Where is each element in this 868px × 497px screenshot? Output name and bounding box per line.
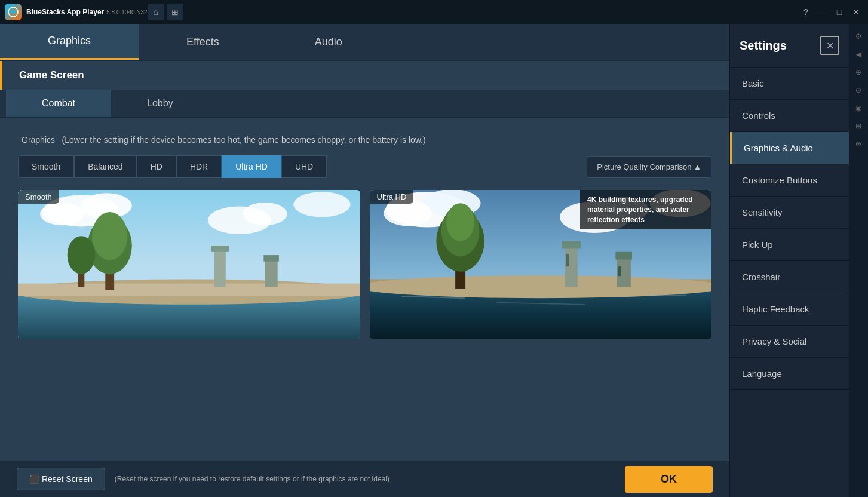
svg-point-6 bbox=[243, 203, 287, 225]
sidebar-item-pick-up[interactable]: Pick Up bbox=[730, 229, 849, 261]
svg-point-36 bbox=[446, 203, 474, 241]
sidebar-item-basic[interactable]: Basic bbox=[730, 68, 849, 100]
subtab-lobby[interactable]: Lobby bbox=[111, 90, 209, 117]
sidebar-title: Settings bbox=[740, 39, 787, 53]
comparison-row: Smooth bbox=[18, 190, 711, 339]
title-bar: BlueStacks App Player 5.8.0.1040 N32 ⌂ ⊞… bbox=[0, 0, 868, 24]
quality-uhd[interactable]: UHD bbox=[281, 155, 327, 178]
far-right-icons: ⚙ ◀ ⊕ ⊙ ◉ ⊞ ⊗ bbox=[849, 24, 868, 497]
svg-point-4 bbox=[40, 203, 84, 225]
svg-point-32 bbox=[370, 275, 712, 298]
comparison-smooth: Smooth bbox=[18, 190, 360, 339]
main-area: Graphics Effects Audio Game Screen Comba… bbox=[0, 24, 868, 497]
graphics-title: Graphics (Lower the setting if the devic… bbox=[18, 132, 711, 146]
sub-tabs: Combat Lobby bbox=[0, 90, 729, 118]
home-button[interactable]: ⌂ bbox=[148, 4, 164, 20]
maximize-button[interactable]: □ bbox=[832, 5, 846, 19]
window-controls: ? — □ ✕ bbox=[799, 5, 863, 19]
svg-rect-19 bbox=[211, 246, 229, 252]
svg-rect-10 bbox=[18, 284, 360, 296]
far-icon-2[interactable]: ◀ bbox=[851, 47, 866, 62]
far-icon-4[interactable]: ⊙ bbox=[851, 82, 866, 98]
far-icon-1[interactable]: ⚙ bbox=[851, 29, 866, 44]
quality-smooth[interactable]: Smooth bbox=[18, 155, 74, 178]
sidebar-item-language[interactable]: Language bbox=[730, 358, 849, 390]
tab-effects[interactable]: Effects bbox=[139, 24, 267, 60]
svg-point-23 bbox=[384, 201, 432, 226]
titlebar-nav: ⌂ ⊞ bbox=[148, 4, 183, 20]
help-button[interactable]: ? bbox=[799, 5, 813, 19]
smooth-label: Smooth bbox=[18, 190, 59, 204]
far-icon-5[interactable]: ◉ bbox=[851, 100, 866, 116]
app-logo bbox=[5, 4, 22, 20]
far-icon-7[interactable]: ⊗ bbox=[851, 136, 866, 152]
top-tabs: Graphics Effects Audio bbox=[0, 24, 729, 61]
svg-rect-39 bbox=[618, 266, 621, 276]
svg-rect-16 bbox=[265, 260, 277, 287]
svg-rect-17 bbox=[263, 255, 278, 262]
quality-balanced[interactable]: Balanced bbox=[74, 155, 136, 178]
tab-audio[interactable]: Audio bbox=[267, 24, 390, 60]
reset-screen-button[interactable]: ⬛ Reset Screen bbox=[17, 468, 105, 490]
close-button[interactable]: ✕ bbox=[849, 5, 863, 19]
sidebar-item-customize-buttons[interactable]: Customize Buttons bbox=[730, 164, 849, 197]
sidebar-header: Settings ✕ bbox=[730, 24, 849, 68]
sidebar-item-haptic-feedback[interactable]: Haptic Feedback bbox=[730, 293, 849, 326]
sidebar-item-sensitivity[interactable]: Sensitivity bbox=[730, 197, 849, 229]
ok-button[interactable]: OK bbox=[625, 466, 713, 493]
quality-buttons: Smooth Balanced HD HDR Ultra HD UHD Pict… bbox=[18, 155, 711, 178]
reset-hint: (Reset the screen if you need to restore… bbox=[115, 475, 615, 483]
multiinstance-button[interactable]: ⊞ bbox=[167, 4, 183, 20]
ultrahd-label: Ultra HD bbox=[370, 190, 414, 204]
quality-ultrahd[interactable]: Ultra HD bbox=[222, 155, 281, 178]
tab-graphics[interactable]: Graphics bbox=[0, 24, 139, 60]
svg-point-15 bbox=[68, 236, 96, 274]
quality-hdr[interactable]: HDR bbox=[176, 155, 222, 178]
far-icon-3[interactable]: ⊕ bbox=[851, 65, 866, 80]
subtab-combat[interactable]: Combat bbox=[6, 90, 111, 117]
section-label: Game Screen bbox=[0, 61, 729, 90]
quality-hd[interactable]: HD bbox=[137, 155, 176, 178]
app-name: BlueStacks App Player bbox=[26, 8, 104, 16]
picture-quality-button[interactable]: Picture Quality Comparison ▲ bbox=[587, 156, 711, 178]
svg-rect-42 bbox=[566, 254, 569, 266]
settings-panel: Graphics Effects Audio Game Screen Comba… bbox=[0, 24, 729, 497]
settings-close-button[interactable]: ✕ bbox=[820, 36, 839, 55]
sidebar-item-privacy-social[interactable]: Privacy & Social bbox=[730, 326, 849, 358]
far-icon-6[interactable]: ⊞ bbox=[851, 118, 866, 134]
minimize-button[interactable]: — bbox=[815, 5, 830, 19]
app-version: 5.8.0.1040 N32 bbox=[106, 9, 147, 16]
svg-point-13 bbox=[92, 212, 127, 260]
smooth-scene bbox=[18, 190, 360, 339]
content-area: Graphics (Lower the setting if the devic… bbox=[0, 118, 729, 461]
sidebar-items: Basic Controls Graphics & Audio Customiz… bbox=[730, 68, 849, 497]
svg-rect-38 bbox=[615, 252, 632, 260]
svg-point-7 bbox=[293, 192, 350, 217]
svg-rect-18 bbox=[214, 249, 226, 287]
sidebar-item-crosshair[interactable]: Crosshair bbox=[730, 261, 849, 293]
sidebar-item-graphics-audio[interactable]: Graphics & Audio bbox=[730, 132, 849, 164]
comparison-ultrahd: Ultra HD 4K building textures, upgraded … bbox=[370, 190, 712, 339]
ultrahd-desc: 4K building textures, upgraded material … bbox=[580, 190, 711, 229]
svg-rect-41 bbox=[562, 241, 581, 249]
bottom-bar: ⬛ Reset Screen (Reset the screen if you … bbox=[0, 461, 729, 497]
right-sidebar: Settings ✕ Basic Controls Graphics & Aud… bbox=[729, 24, 849, 497]
sidebar-item-controls[interactable]: Controls bbox=[730, 100, 849, 132]
